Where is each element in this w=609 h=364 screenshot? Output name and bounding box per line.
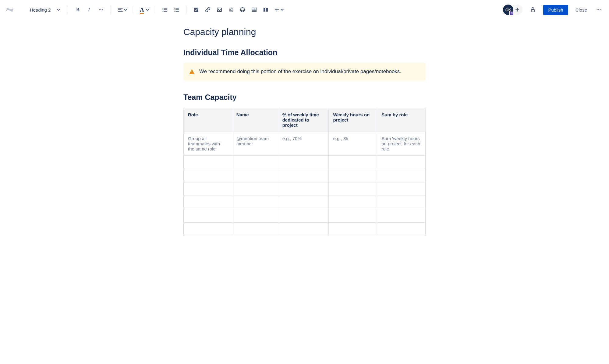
table-cell[interactable]	[184, 223, 232, 236]
insert-dropdown[interactable]	[272, 4, 285, 15]
section-heading[interactable]: Individual Time Allocation	[183, 48, 426, 57]
link-icon	[205, 7, 211, 12]
toolbar-divider	[111, 5, 111, 14]
table-cell[interactable]	[329, 156, 377, 169]
table-cell[interactable]	[278, 169, 329, 182]
table-header-row: Role Name % of weekly time dedicated to …	[184, 108, 426, 132]
table-cell[interactable]	[184, 169, 232, 182]
table-header-cell[interactable]: % of weekly time dedicated to project	[278, 108, 329, 132]
svg-point-10	[163, 9, 164, 10]
text-color-icon: A	[140, 7, 144, 13]
table-header-cell[interactable]: Weekly hours on project	[329, 108, 377, 132]
table-header-cell[interactable]: Sum by role	[377, 108, 426, 132]
italic-button[interactable]: I	[84, 4, 95, 15]
action-item-button[interactable]	[191, 4, 202, 15]
svg-point-26	[243, 9, 244, 9]
table-header-cell[interactable]: Role	[184, 108, 232, 132]
more-formatting-button[interactable]	[95, 4, 106, 15]
table-cell[interactable]	[232, 156, 278, 169]
warning-panel-text[interactable]: We recommend doing this portion of the e…	[199, 68, 401, 75]
avatar[interactable]: CK C	[503, 5, 513, 15]
team-capacity-table[interactable]: Role Name % of weekly time dedicated to …	[183, 108, 426, 236]
table-cell[interactable]	[184, 156, 232, 169]
table-cell[interactable]	[278, 196, 329, 209]
confluence-logo[interactable]	[5, 5, 15, 15]
svg-rect-37	[531, 9, 534, 12]
table-row	[184, 209, 426, 223]
table-cell[interactable]	[232, 209, 278, 223]
chevron-down-icon	[124, 8, 127, 12]
table-cell[interactable]	[184, 209, 232, 223]
emoji-button[interactable]	[237, 4, 248, 15]
table-cell[interactable]	[232, 223, 278, 236]
table-cell[interactable]	[232, 169, 278, 182]
svg-rect-41	[192, 71, 192, 72]
svg-point-25	[242, 9, 242, 9]
table-cell[interactable]	[184, 196, 232, 209]
editor-toolbar: Heading 2 B I A	[0, 0, 609, 19]
table-cell[interactable]	[329, 196, 377, 209]
more-actions-button[interactable]	[593, 4, 604, 15]
link-button[interactable]	[202, 4, 213, 15]
table-row	[184, 169, 426, 182]
table-cell[interactable]	[278, 182, 329, 196]
table-cell[interactable]	[329, 223, 377, 236]
layouts-icon	[263, 7, 268, 12]
restrictions-button[interactable]	[527, 4, 538, 15]
table-row	[184, 223, 426, 236]
image-icon	[217, 7, 222, 12]
section-heading[interactable]: Team Capacity	[183, 93, 426, 102]
table-cell[interactable]: @mention team member	[232, 132, 278, 156]
table-cell[interactable]	[377, 196, 426, 209]
svg-point-4	[102, 9, 103, 10]
warning-icon	[189, 69, 195, 76]
table-cell[interactable]	[329, 209, 377, 223]
publish-button[interactable]: Publish	[543, 5, 568, 15]
editor-content[interactable]: Capacity planning Individual Time Alloca…	[177, 27, 432, 236]
image-button[interactable]	[214, 4, 225, 15]
table-cell[interactable]	[278, 156, 329, 169]
warning-panel[interactable]: We recommend doing this portion of the e…	[183, 63, 426, 81]
table-header-cell[interactable]: Name	[232, 108, 278, 132]
table-cell[interactable]	[377, 169, 426, 182]
bold-button[interactable]: B	[72, 4, 83, 15]
svg-rect-32	[266, 8, 268, 12]
table-cell[interactable]	[232, 196, 278, 209]
table-cell[interactable]: e.g., 35	[329, 132, 377, 156]
text-color-dropdown[interactable]: A	[137, 4, 150, 15]
bullet-list-icon	[162, 7, 168, 12]
alignment-dropdown[interactable]	[115, 4, 129, 15]
svg-text:I: I	[88, 7, 90, 12]
svg-point-40	[600, 9, 601, 10]
svg-text:3: 3	[174, 10, 175, 12]
table-cell[interactable]	[377, 182, 426, 196]
table-cell[interactable]	[278, 223, 329, 236]
layouts-button[interactable]	[260, 4, 271, 15]
table-cell[interactable]	[377, 209, 426, 223]
table-cell[interactable]	[377, 156, 426, 169]
table-cell[interactable]: e.g., 70%	[278, 132, 329, 156]
table-button[interactable]	[249, 4, 260, 15]
table-icon	[251, 7, 257, 12]
svg-point-12	[163, 11, 164, 12]
table-cell[interactable]	[184, 182, 232, 196]
table-row	[184, 196, 426, 209]
table-cell[interactable]	[377, 223, 426, 236]
close-button[interactable]: Close	[572, 5, 591, 15]
mention-button[interactable]: @	[225, 4, 236, 15]
table-cell[interactable]	[329, 182, 377, 196]
emoji-icon	[240, 7, 245, 12]
align-left-icon	[118, 7, 123, 12]
table-cell[interactable]: Sum 'weekly hours on project' for each r…	[377, 132, 426, 156]
table-row: Group all teammates with the same role @…	[184, 132, 426, 156]
chevron-down-icon	[57, 8, 60, 12]
page-title[interactable]: Capacity planning	[183, 27, 426, 37]
table-cell[interactable]	[278, 209, 329, 223]
table-cell[interactable]	[329, 169, 377, 182]
heading-dropdown[interactable]: Heading 2	[27, 5, 63, 14]
table-cell[interactable]	[232, 182, 278, 196]
table-cell[interactable]: Group all teammates with the same role	[184, 132, 232, 156]
bullet-list-button[interactable]	[159, 4, 170, 15]
numbered-list-button[interactable]: 1 2 3	[171, 4, 182, 15]
table-row	[184, 182, 426, 196]
